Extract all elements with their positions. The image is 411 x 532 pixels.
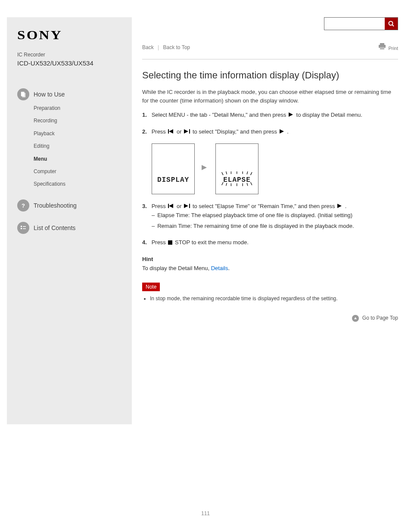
svg-rect-38 — [168, 240, 172, 245]
up-arrow-icon — [352, 315, 359, 322]
nav-sub-menu[interactable]: Menu — [34, 153, 123, 165]
svg-marker-35 — [184, 204, 188, 208]
nav-sub-editing[interactable]: Editing — [34, 140, 123, 152]
prev-track-icon — [168, 202, 174, 211]
step-text: Press — [152, 128, 168, 135]
nav-label: Troubleshooting — [34, 202, 77, 209]
step-text: . — [345, 203, 347, 209]
svg-marker-34 — [169, 204, 173, 208]
svg-rect-9 — [380, 43, 384, 45]
hint-block: Hint To display the Detail Menu, Details… — [142, 255, 398, 273]
main-content: Back | Back to Top Print Selecting the t… — [132, 0, 411, 424]
intro-paragraph: While the IC recorder is in the playback… — [142, 88, 398, 105]
hint-label: Hint — [142, 256, 153, 262]
nav-sub-specifications[interactable]: Specifications — [34, 178, 123, 190]
step-number: 3. — [142, 202, 150, 211]
step-text: Press — [152, 203, 168, 209]
nav-troubleshooting[interactable]: ? Troubleshooting — [17, 195, 123, 213]
brand-logo: SONY — [17, 28, 134, 42]
svg-rect-13 — [168, 129, 169, 134]
hint-text: To display the Detail Menu, — [142, 265, 209, 271]
svg-rect-33 — [168, 204, 169, 208]
note-label: Note — [142, 283, 160, 291]
nav-how-to-use[interactable]: How to Use — [17, 84, 123, 102]
nav-sub-computer[interactable]: Computer — [34, 165, 123, 178]
step-text: to select "Elapse Time" or "Remain Time,… — [193, 203, 336, 209]
lcd-box-left: DISPLAY — [152, 143, 195, 194]
bullet-icon: – — [152, 211, 155, 220]
step-number: 2. — [142, 128, 150, 137]
printer-icon — [378, 43, 386, 50]
svg-line-8 — [392, 25, 394, 27]
nav-sub-playback[interactable]: Playback — [34, 128, 123, 140]
next-track-icon — [184, 128, 190, 137]
product-model: ICD-UX532/UX533/UX534 — [17, 59, 123, 67]
search-button[interactable] — [385, 18, 398, 30]
svg-marker-17 — [280, 129, 284, 134]
go-to-top-button[interactable]: Go to Page Top — [352, 315, 398, 322]
svg-line-32 — [251, 182, 252, 185]
lcd-diagram: DISPLAY ELAPSE — [152, 143, 398, 194]
step-text: or — [177, 203, 183, 209]
svg-marker-15 — [184, 129, 188, 134]
breadcrumb-separator: | — [158, 44, 159, 50]
step-1: 1. Select MENU - the tab - "Detail Menu,… — [142, 111, 398, 120]
step-3: 3. Press or to select "Elapse Time" or "… — [142, 202, 398, 231]
step-4: 4. Press STOP to exit the menu mode. — [142, 238, 398, 247]
divider — [142, 59, 398, 59]
svg-rect-16 — [189, 129, 190, 134]
bullet-icon: – — [152, 222, 155, 231]
svg-rect-11 — [380, 47, 384, 50]
step-number: 4. — [142, 238, 150, 247]
how-to-use-icon — [17, 88, 29, 100]
play-icon — [337, 202, 342, 211]
step-text: STOP to exit the menu mode. — [175, 239, 249, 246]
details-link[interactable]: Details — [211, 265, 228, 271]
back-link[interactable]: Back — [142, 44, 154, 50]
svg-rect-5 — [21, 228, 22, 229]
step-text: to display the Detail menu. — [296, 112, 362, 118]
svg-line-19 — [222, 172, 223, 175]
svg-line-25 — [251, 172, 252, 175]
note-list: In stop mode, the remaining recordable t… — [150, 295, 398, 303]
svg-marker-18 — [202, 165, 207, 170]
play-icon — [280, 128, 285, 137]
lcd-box-right: ELAPSE — [215, 143, 258, 194]
list-icon — [17, 222, 29, 234]
sidebar: SONY IC Recorder ICD-UX532/UX533/UX534 H… — [7, 17, 132, 424]
step-2: 2. Press or to select "Display," and the… — [142, 128, 398, 194]
svg-marker-12 — [289, 112, 293, 117]
back-to-top-link[interactable]: Back to Top — [163, 44, 190, 50]
breadcrumb: Back | Back to Top — [142, 44, 190, 50]
svg-rect-1 — [22, 93, 25, 98]
bullet-item: – Elapse Time: The elapsed playback time… — [152, 211, 398, 220]
nav-list-of-contents[interactable]: List of Contents — [17, 218, 123, 236]
svg-rect-4 — [23, 226, 26, 227]
lcd-text: ELAPSE — [223, 176, 251, 184]
step-text: Select MENU - the tab - "Detail Menu," a… — [152, 112, 288, 118]
bullet-item: – Remain Time: The remaining time of one… — [152, 222, 398, 231]
svg-marker-14 — [169, 129, 173, 134]
step-text: to select "Display," and then press — [193, 128, 279, 135]
svg-text:?: ? — [22, 202, 25, 208]
prev-track-icon — [168, 128, 174, 137]
note-item: In stop mode, the remaining recordable t… — [150, 295, 398, 303]
search-input[interactable] — [324, 18, 385, 30]
svg-marker-39 — [354, 317, 357, 319]
stop-icon — [168, 239, 172, 248]
print-button[interactable]: Print — [378, 43, 398, 51]
question-icon: ? — [17, 199, 29, 212]
nav-sub-preparation[interactable]: Preparation — [34, 102, 123, 115]
next-track-icon — [184, 202, 190, 211]
step-text: or — [177, 128, 183, 135]
svg-line-24 — [247, 171, 248, 174]
arrow-right-icon — [201, 163, 209, 175]
nav-sub-recording[interactable]: Recording — [34, 115, 123, 127]
svg-line-20 — [226, 171, 227, 174]
hint-text: . — [228, 265, 230, 271]
nav-label: List of Contents — [34, 224, 75, 231]
nav-label: How to Use — [34, 91, 65, 98]
page-number: 111 — [0, 510, 411, 532]
search-box — [324, 17, 398, 30]
page-title: Selecting the time information display (… — [142, 70, 398, 81]
